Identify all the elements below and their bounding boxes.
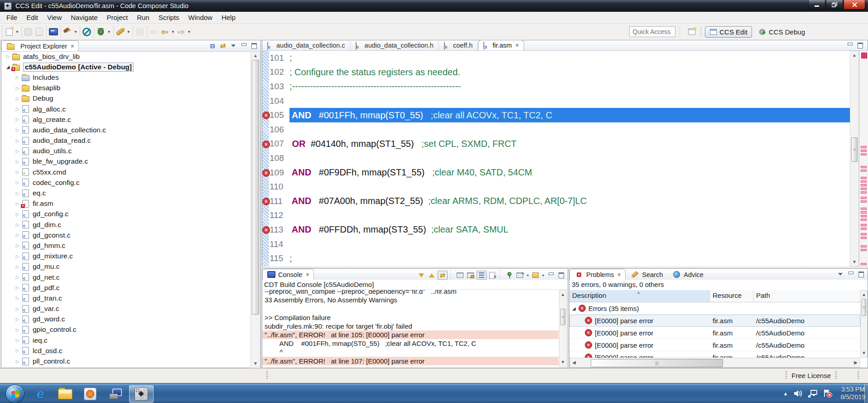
problems-hscrollbar[interactable]: ◀ ||| ▶ xyxy=(569,358,860,368)
quick-access-input[interactable] xyxy=(629,26,675,37)
editor-tab-coeff.h[interactable]: hcoeff.h xyxy=(439,40,478,50)
close-icon[interactable]: × xyxy=(71,43,74,49)
open-console-icon[interactable] xyxy=(516,271,525,279)
pin-console-icon[interactable] xyxy=(505,271,514,279)
taskbar-ccs-button[interactable] xyxy=(129,385,154,403)
tree-item-Includes[interactable]: ▷Includes xyxy=(1,72,251,83)
editor-line-115[interactable]: 115; xyxy=(269,251,850,266)
tree-item-audio_data_read.c[interactable]: ▷caudio_data_read.c xyxy=(1,136,251,146)
error-overview-marker[interactable] xyxy=(861,150,867,152)
menu-window[interactable]: Window xyxy=(184,12,217,23)
close-tab-icon[interactable]: × xyxy=(516,42,519,49)
tree-item-c55xx.cmd[interactable]: ▷»c55xx.cmd xyxy=(1,167,251,177)
editor-line-104[interactable]: 104 xyxy=(269,94,850,108)
tree-item-gd_dim.c[interactable]: ▷cgd_dim.c xyxy=(1,219,251,230)
scroll-up-arrow-icon[interactable]: ▲ xyxy=(861,291,867,298)
error-overview-marker[interactable] xyxy=(861,177,867,179)
problem-row[interactable]: ×[E0000] parse errorfir.asm/c55AudioDemo xyxy=(569,339,860,351)
error-overview-marker[interactable] xyxy=(861,153,867,155)
error-overview-marker[interactable] xyxy=(861,215,867,217)
tree-item-gd_config.c[interactable]: ▷cgd_config.c xyxy=(1,209,251,219)
scroll-down-icon[interactable] xyxy=(417,271,426,279)
collapse-all-icon[interactable]: ⊟ xyxy=(208,42,217,50)
scroll-down-arrow-icon[interactable]: ▼ xyxy=(251,360,260,367)
tree-item-lcd_osd.c[interactable]: ▷clcd_osd.c xyxy=(1,345,251,356)
expand-arrow-icon[interactable]: ▷ xyxy=(14,86,21,91)
tree-item-ieq.c[interactable]: ▷cieq.c xyxy=(1,335,251,345)
expand-arrow-icon[interactable]: ▷ xyxy=(14,327,21,332)
volume-icon[interactable] xyxy=(794,389,803,398)
hidden-icons-icon[interactable]: ▲ xyxy=(783,391,788,396)
taskbar-media-player-button[interactable] xyxy=(78,385,102,403)
view-menu-icon[interactable] xyxy=(229,42,238,50)
expand-arrow-icon[interactable]: ▷ xyxy=(14,149,21,154)
menu-navigate[interactable]: Navigate xyxy=(66,12,102,23)
expand-arrow-icon[interactable]: ▷ xyxy=(14,127,21,132)
tree-item-gd_net.c[interactable]: ▷cgd_net.c xyxy=(1,272,251,282)
expand-arrow-icon[interactable]: ▷ xyxy=(14,138,21,143)
dropdown-arrow-icon[interactable]: ▼ xyxy=(74,30,77,34)
problem-row[interactable]: ×[E0000] parse errorfir.asm/c55AudioDemo xyxy=(569,315,860,327)
lock-console-icon[interactable] xyxy=(466,271,475,279)
tab-advice[interactable]: Advice xyxy=(667,269,708,280)
expand-arrow-icon[interactable]: ▷ xyxy=(14,75,21,80)
error-overview-marker[interactable] xyxy=(861,228,867,230)
error-overview-marker[interactable] xyxy=(861,188,867,190)
expand-arrow-icon[interactable]: ▷ xyxy=(14,359,21,364)
tab-problems[interactable]: Problems× xyxy=(569,269,626,280)
error-overview-marker[interactable] xyxy=(861,263,867,265)
expand-arrow-icon[interactable]: ▷ xyxy=(14,159,21,164)
tree-item-audio_data_collection.c[interactable]: ▷caudio_data_collection.c xyxy=(1,125,251,135)
tab-console[interactable]: Console × xyxy=(262,269,314,280)
editor-tab-audio_data_collection.h[interactable]: haudio_data_collection.h xyxy=(351,40,439,50)
taskbar-clock[interactable]: 3:53 PM 8/5/2019 xyxy=(841,386,866,401)
error-overview-marker[interactable] xyxy=(861,211,867,214)
tree-item-gd_mu.c[interactable]: ▷cgd_mu.c xyxy=(1,262,251,272)
dropdown-arrow-icon[interactable]: ▼ xyxy=(15,30,19,34)
ccs-edit-perspective-button[interactable]: CCS Edit xyxy=(705,26,752,38)
dropdown-arrow-icon[interactable]: ▼ xyxy=(188,30,191,34)
error-overview-marker[interactable] xyxy=(861,208,867,210)
menu-view[interactable]: View xyxy=(43,12,66,23)
network-icon[interactable] xyxy=(808,389,817,398)
tab-project-explorer[interactable]: Project Explorer × xyxy=(1,40,79,51)
build-hammer-icon[interactable] xyxy=(62,26,73,37)
open-perspective-icon[interactable] xyxy=(686,26,697,37)
menu-project[interactable]: Project xyxy=(102,12,132,23)
tree-item-alg_create.c[interactable]: ▷calg_create.c xyxy=(1,114,251,125)
close-icon[interactable]: × xyxy=(617,272,621,278)
dropdown-arrow-icon[interactable]: ▼ xyxy=(107,30,111,34)
error-marker-icon[interactable]: × xyxy=(262,141,270,148)
tree-item-blesaplib[interactable]: ▷blesaplib xyxy=(1,83,251,93)
problem-row[interactable]: ×[E0000] parse errorfir.asm/c55AudioDemo xyxy=(569,351,860,358)
link-editor-icon[interactable]: ⇄ xyxy=(218,42,227,50)
expand-arrow-icon[interactable]: ▷ xyxy=(14,317,21,322)
new-console-view-icon[interactable] xyxy=(531,271,540,279)
tree-item-gd_pdf.c[interactable]: ▷cgd_pdf.c xyxy=(1,282,251,293)
maximize-icon[interactable] xyxy=(856,41,865,49)
tree-item-gd_var.c[interactable]: ▷cgd_var.c xyxy=(1,304,251,314)
menu-help[interactable]: Help xyxy=(217,12,240,23)
action-center-icon[interactable] xyxy=(823,389,833,398)
view-menu-icon[interactable] xyxy=(836,270,845,278)
editor-line-102[interactable]: 102; Configure the status registers as n… xyxy=(269,65,850,80)
error-marker-icon[interactable]: × xyxy=(262,198,270,205)
editor-line-106[interactable]: 106 xyxy=(269,122,850,137)
minimize-icon[interactable] xyxy=(239,42,248,50)
collapse-arrow-icon[interactable]: ◢ xyxy=(572,306,576,311)
show-desktop-button[interactable] xyxy=(864,384,868,403)
menu-run[interactable]: Run xyxy=(132,12,154,23)
tree-item-codec_config.c[interactable]: ▷ccodec_config.c xyxy=(1,177,251,188)
clear-console-icon[interactable] xyxy=(488,271,497,279)
expand-arrow-icon[interactable]: ▷ xyxy=(14,306,21,311)
debug-launch-icon[interactable] xyxy=(82,26,92,37)
tree-item-pll_control.c[interactable]: ▷cpll_control.c xyxy=(1,356,251,366)
expand-arrow-icon[interactable]: ▷ xyxy=(14,348,21,353)
tree-item-atafs_bios_drv_lib[interactable]: ▷atafs_bios_drv_lib xyxy=(1,51,251,62)
error-overview-marker[interactable] xyxy=(861,200,867,203)
expand-arrow-icon[interactable]: ▷ xyxy=(4,54,12,59)
editor-line-108[interactable]: 108 xyxy=(269,151,850,165)
error-overview-marker[interactable] xyxy=(861,197,867,199)
terminal-icon[interactable] xyxy=(48,26,59,37)
scroll-up-arrow-icon[interactable]: ▲ xyxy=(251,53,260,59)
